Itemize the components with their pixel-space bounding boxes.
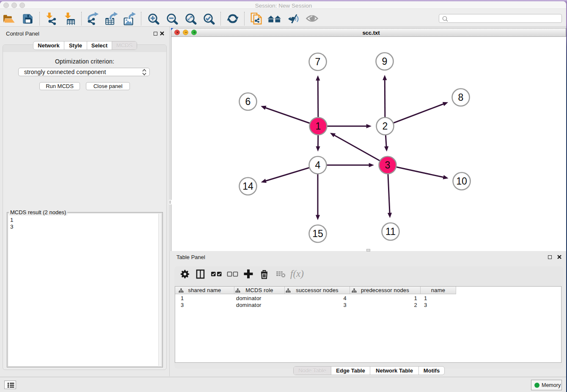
- svg-text:14: 14: [242, 181, 253, 192]
- svg-text:1: 1: [316, 121, 321, 132]
- svg-text:8: 8: [458, 92, 464, 103]
- svg-text:2: 2: [383, 121, 388, 132]
- svg-text:15: 15: [312, 228, 323, 239]
- svg-text:11: 11: [385, 226, 396, 237]
- svg-text:6: 6: [245, 96, 251, 107]
- svg-text:4: 4: [315, 160, 321, 171]
- svg-text:3: 3: [385, 160, 391, 171]
- svg-text:10: 10: [456, 176, 467, 187]
- svg-text:9: 9: [382, 56, 388, 67]
- svg-text:7: 7: [315, 56, 321, 67]
